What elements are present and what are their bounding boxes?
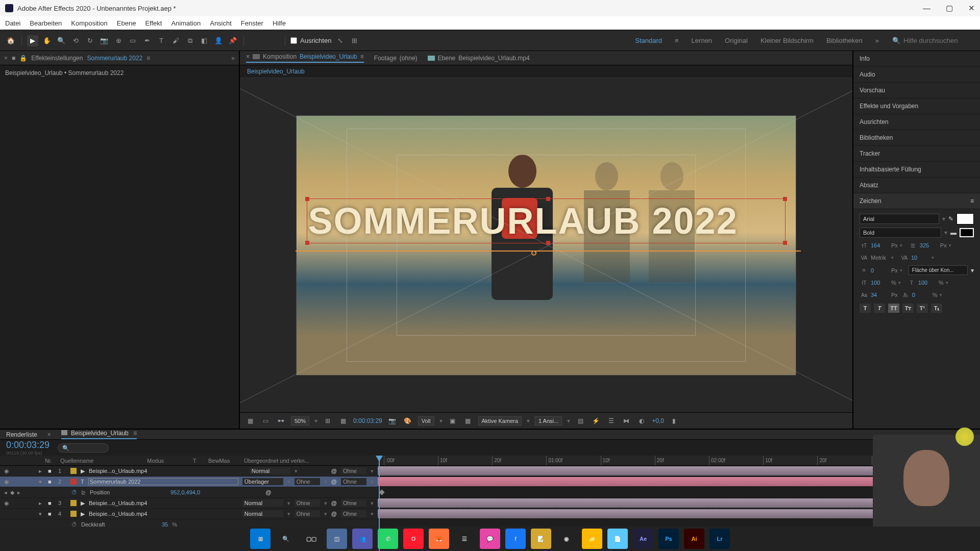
exposure-reset-icon[interactable]: ◐: [636, 416, 647, 425]
tsume-value[interactable]: 0: [912, 292, 930, 298]
vscale-value[interactable]: 100: [871, 280, 889, 286]
hand-tool[interactable]: ✋: [41, 35, 53, 46]
font-size-value[interactable]: 164: [871, 242, 889, 248]
panel-menu-icon[interactable]: ≡: [970, 197, 974, 205]
pan-behind-tool[interactable]: ⊕: [113, 35, 124, 46]
mask-icon[interactable]: 👓: [276, 416, 286, 425]
font-style-dropdown[interactable]: Bold: [860, 228, 941, 238]
views-dropdown[interactable]: 1 Ansi...: [535, 416, 562, 425]
prev-keyframe-icon[interactable]: ◂: [4, 489, 7, 496]
lock-icon[interactable]: ■: [12, 55, 15, 62]
tab-timeline-comp[interactable]: Beispielvideo_Urlaub ≡: [61, 430, 137, 439]
menu-ansicht[interactable]: Ansicht: [210, 19, 232, 27]
fill-color-swatch[interactable]: [957, 213, 974, 224]
timeline-timecode[interactable]: 0:00:03:29: [6, 440, 50, 450]
taskbar-lightroom[interactable]: Lr: [709, 529, 730, 549]
timeline-search-input[interactable]: [58, 443, 109, 453]
position-value[interactable]: 952,0,494,0: [170, 489, 200, 495]
panel-bibliotheken[interactable]: Bibliotheken: [853, 130, 980, 146]
stopwatch-icon[interactable]: ⏱: [71, 489, 77, 495]
leading-value[interactable]: 325: [920, 242, 938, 248]
exposure-slider[interactable]: ▮: [669, 416, 679, 425]
workspace-original[interactable]: Original: [725, 37, 748, 44]
panel-tracker[interactable]: Tracker: [853, 146, 980, 162]
guide-toggle-icon[interactable]: ▦: [338, 416, 348, 425]
pen-tool[interactable]: ✒: [141, 35, 153, 46]
type-tool[interactable]: T: [156, 35, 167, 46]
comp-breadcrumb[interactable]: Beispielvideo_Urlaub: [240, 65, 852, 78]
lock-icon-2[interactable]: 🔒: [19, 55, 27, 62]
zoom-dropdown[interactable]: 50%: [291, 416, 309, 425]
eyedropper-icon[interactable]: ✎: [948, 215, 953, 222]
viewer-timecode[interactable]: 0:00:03:29: [353, 417, 382, 424]
stroke-width-value[interactable]: 0: [871, 267, 889, 273]
baseline-value[interactable]: 34: [871, 292, 889, 298]
title-text-layer[interactable]: SOMMERURLAUB 2022: [307, 198, 786, 243]
orbit-tool[interactable]: ⟲: [70, 35, 81, 46]
label-color-icon[interactable]: [70, 468, 77, 474]
maximize-button[interactable]: ▢: [946, 4, 953, 13]
menu-datei[interactable]: Datei: [5, 19, 20, 27]
taskbar-notes[interactable]: 📝: [531, 529, 551, 549]
snapshot-icon[interactable]: 📷: [387, 416, 398, 425]
composition-viewer[interactable]: SOMMERURLAUB 2022: [240, 78, 852, 412]
panel-ausrichten[interactable]: Ausrichten: [853, 114, 980, 130]
workspace-bibliotheken[interactable]: Bibliotheken: [826, 37, 863, 44]
visibility-icon[interactable]: ◉: [4, 468, 10, 474]
expression-icon[interactable]: ⊵: [81, 489, 86, 496]
panel-audio[interactable]: Audio: [853, 67, 980, 83]
layer-row-4[interactable]: ▾■ 4 ▶ Beispie...o_Urlaub.mp4 Normal▾ Oh…: [0, 509, 378, 519]
brush-tool[interactable]: 🖌: [170, 35, 181, 46]
parent-dropdown[interactable]: Ohne: [341, 467, 366, 474]
roto-tool[interactable]: 👤: [213, 35, 224, 46]
workspace-menu-icon[interactable]: ≡: [675, 37, 679, 44]
alpha-icon[interactable]: ▦: [245, 416, 255, 425]
taskbar-obs[interactable]: ◉: [556, 529, 577, 549]
allcaps-button[interactable]: TT: [888, 304, 899, 313]
close-tab-icon[interactable]: ×: [4, 55, 8, 62]
grid-icon[interactable]: ⊞: [349, 35, 360, 46]
timeline-icon[interactable]: ☰: [606, 416, 616, 425]
layer-row-3[interactable]: ◉ ▸■ 3 ▶ Beispie...o_Urlaub.mp4 Normal▾ …: [0, 498, 378, 509]
smallcaps-button[interactable]: Tᴛ: [902, 304, 914, 313]
camera-tool[interactable]: 📷: [99, 35, 110, 46]
tab-komposition[interactable]: × Komposition Beispielvideo_Urlaub ≡: [246, 53, 364, 63]
color-mgmt-icon[interactable]: 🎨: [403, 416, 413, 425]
menu-bearbeiten[interactable]: Bearbeiten: [30, 19, 62, 27]
taskbar-taskview[interactable]: ▢▢: [301, 529, 322, 549]
taskbar-app[interactable]: ☰: [454, 529, 475, 549]
panel-info[interactable]: Info: [853, 51, 980, 67]
start-button[interactable]: ⊞: [250, 529, 271, 549]
taskbar-notepad[interactable]: 📄: [607, 529, 628, 549]
taskbar-explorer[interactable]: 📁: [582, 529, 602, 549]
no-fill-icon[interactable]: ▬: [950, 229, 957, 236]
playhead[interactable]: [379, 456, 380, 551]
italic-button[interactable]: T: [874, 304, 885, 313]
panel-inhaltsbasierte[interactable]: Inhaltsbasierte Füllung: [853, 162, 980, 178]
search-input[interactable]: [903, 37, 975, 44]
position-property-row[interactable]: ◂ ◆ ▸ ⏱ ⊵ Position 952,0,494,0 @: [0, 487, 378, 498]
roi-icon[interactable]: ▣: [448, 416, 458, 425]
taskbar-firefox[interactable]: 🦊: [429, 529, 449, 549]
tab-renderliste[interactable]: Renderliste: [6, 431, 37, 438]
keyframe-icon[interactable]: [379, 489, 384, 495]
hscale-value[interactable]: 100: [918, 280, 937, 286]
selection-tool[interactable]: ▶: [27, 35, 38, 46]
puppet-tool[interactable]: 📌: [227, 35, 238, 46]
fast-preview-icon[interactable]: ⚡: [591, 416, 601, 425]
workspace-standard[interactable]: Standard: [635, 37, 662, 44]
workspace-kleiner[interactable]: Kleiner Bildschirm: [761, 37, 814, 44]
menu-komposition[interactable]: Komposition: [71, 19, 108, 27]
taskbar-search[interactable]: 🔍: [276, 529, 296, 549]
zoom-tool[interactable]: 🔍: [56, 35, 67, 46]
menu-ebene[interactable]: Ebene: [117, 19, 136, 27]
tab-footage[interactable]: Footage (ohne): [374, 55, 418, 62]
subscript-button[interactable]: T₁: [931, 304, 942, 313]
stroke-type-dropdown[interactable]: Fläche über Kon...: [909, 265, 968, 275]
flowchart-icon[interactable]: ⧓: [621, 416, 631, 425]
home-tool[interactable]: 🏠: [5, 35, 16, 46]
rotate-tool[interactable]: ↻: [84, 35, 95, 46]
tracking-value[interactable]: 10: [911, 255, 929, 261]
camera-dropdown[interactable]: Aktive Kamera: [478, 416, 522, 425]
bold-button[interactable]: T: [860, 304, 871, 313]
